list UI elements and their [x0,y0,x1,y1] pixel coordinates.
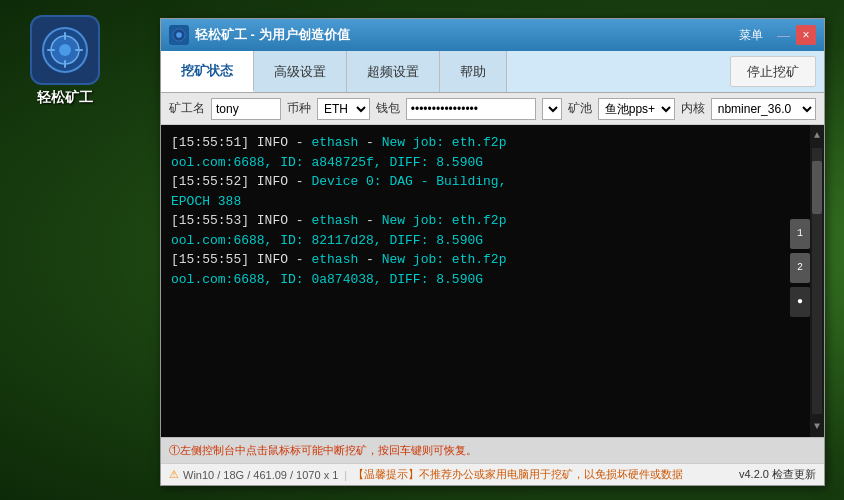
title-bar-controls: 菜单 — × [731,25,816,46]
pool-select[interactable]: 鱼池pps+ [598,98,675,120]
warning-icon: ⚠ [169,468,179,481]
console-line-1b: ool.com:6688, ID: a848725f, DIFF: 8.590G [171,153,804,173]
tab-super[interactable]: 超频设置 [347,51,440,92]
config-bar: 矿工名 币种 ETH 钱包 矿池 鱼池pps+ 内核 nbminer_36.0 [161,93,824,125]
svg-point-2 [59,44,71,56]
scroll-up[interactable]: ▲ [811,125,823,146]
wallet-label: 钱包 [376,100,400,117]
console-scrollbar[interactable]: ▲ ▼ [810,125,824,437]
coin-select[interactable]: ETH [317,98,370,120]
console-line-3: [15:55:53] INFO - ethash - New job: eth.… [171,211,804,231]
menu-button[interactable]: 菜单 [731,25,771,46]
side-buttons: 1 2 ● [790,219,810,317]
app-icon-area: 轻松矿工 [30,15,100,107]
status-bar: ①左侧控制台中点击鼠标标可能中断挖矿，按回车键则可恢复。 [161,437,824,463]
title-bar: 轻松矿工 - 为用户创造价值 菜单 — × [161,19,824,51]
nav-spacer [507,51,722,92]
wallet-dropdown[interactable] [542,98,562,120]
console-line-2: [15:55:52] INFO - Device 0: DAG - Buildi… [171,172,804,192]
app-name-label: 轻松矿工 [37,89,93,107]
side-btn-1[interactable]: 1 [790,219,810,249]
window-title: 轻松矿工 - 为用户创造价值 [195,26,731,44]
side-btn-2[interactable]: 2 [790,253,810,283]
scroll-down[interactable]: ▼ [811,416,823,437]
console-line-1: [15:55:51] INFO - ethash - New job: eth.… [171,133,804,153]
app-icon [30,15,100,85]
console-line-3b: ool.com:6688, ID: 82117d28, DIFF: 8.590G [171,231,804,251]
core-label: 内核 [681,100,705,117]
close-button[interactable]: × [796,25,816,45]
console-line-4: [15:55:55] INFO - ethash - New job: eth.… [171,250,804,270]
scroll-thumb[interactable] [812,161,822,214]
title-separator: — [777,28,790,43]
console-line-4b: ool.com:6688, ID: 0a874038, DIFF: 8.590G [171,270,804,290]
stop-mining-button[interactable]: 停止挖矿 [730,56,816,87]
console-line-2b: EPOCH 388 [171,192,804,212]
miner-name-input[interactable] [211,98,281,120]
nav-bar: 挖矿状态 高级设置 超频设置 帮助 停止挖矿 [161,51,824,93]
status-hint: ①左侧控制台中点击鼠标标可能中断挖矿，按回车键则可恢复。 [169,443,477,458]
coin-label: 币种 [287,100,311,117]
tab-advanced[interactable]: 高级设置 [254,51,347,92]
bottom-warning-bar: ⚠ Win10 / 18G / 461.09 / 1070 x 1 | 【温馨提… [161,463,824,485]
scroll-track [812,148,822,414]
miner-name-label: 矿工名 [169,100,205,117]
tab-help[interactable]: 帮助 [440,51,507,92]
tab-mining-status[interactable]: 挖矿状态 [161,51,254,92]
core-select[interactable]: nbminer_36.0 [711,98,816,120]
console-area: [15:55:51] INFO - ethash - New job: eth.… [161,125,824,437]
system-info: Win10 / 18G / 461.09 / 1070 x 1 [183,469,338,481]
svg-point-4 [176,32,182,38]
pool-label: 矿池 [568,100,592,117]
app-title-icon [169,25,189,45]
wallet-input[interactable] [406,98,536,120]
version-label[interactable]: v4.2.0 检查更新 [739,467,816,482]
main-window: 轻松矿工 - 为用户创造价值 菜单 — × 挖矿状态 高级设置 超频设置 帮助 … [160,18,825,486]
warning-text: 【温馨提示】不推荐办公或家用电脑用于挖矿，以免损坏硬件或数据 [353,467,683,482]
side-btn-3[interactable]: ● [790,287,810,317]
